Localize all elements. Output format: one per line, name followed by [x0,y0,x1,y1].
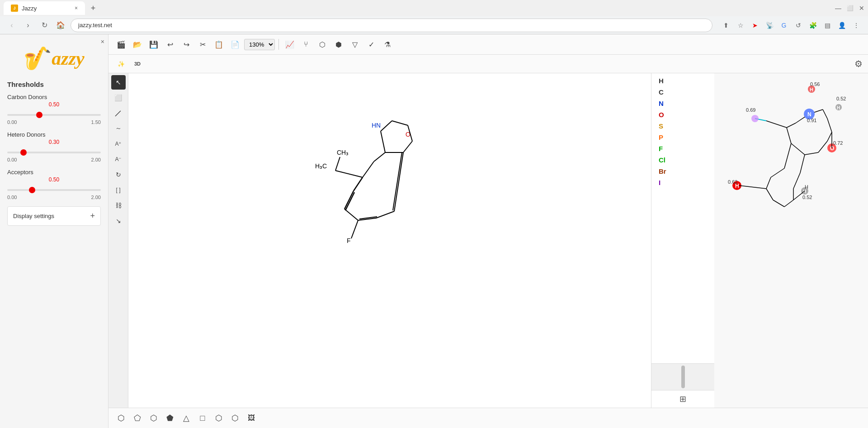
svg-line-22 [335,157,340,171]
grid-view-button[interactable]: ⊞ [651,390,714,408]
undo-tool-button[interactable]: ↩ [163,37,177,52]
film-tool-button[interactable]: 🎬 [114,37,128,52]
redo-tool-button[interactable]: ↪ [179,37,193,52]
text-smaller-tool-button[interactable]: A⁻ [111,152,126,166]
triangle-shape-button[interactable]: △ [179,411,193,425]
carbon-donors-label: Carbon Donors [7,94,101,100]
hexagon-tool-button[interactable]: ⬡ [315,37,330,52]
square-shape-button[interactable]: □ [195,411,210,425]
squiggle-tool-button[interactable]: ～ [111,121,126,136]
element-H[interactable]: H [651,75,714,86]
acceptors-max: 2.00 [91,195,101,200]
right-side: H C N O S P F Cl Br I [651,73,868,408]
svg-line-6 [381,131,385,152]
acceptors-slider-container [7,185,101,193]
element-I[interactable]: I [651,177,714,188]
zoom-dropdown[interactable]: 130% 50% 75% 100% 150% 200% [244,39,275,50]
chain-tool-button[interactable]: ⛓ [111,198,126,213]
hetero-donors-slider[interactable] [7,152,101,153]
pentagon-outline-shape-button[interactable]: ⬟ [163,411,177,425]
display-settings-button[interactable]: Display settings + [7,206,101,226]
google-icon[interactable]: G [778,19,790,32]
reload-button[interactable]: ↻ [38,19,51,32]
element-F[interactable]: F [651,143,714,154]
hexagon-outline-shape-button[interactable]: ⬡ [146,411,161,425]
close-window-button[interactable]: ✕ [859,5,864,12]
arrow-down-tool-button[interactable]: ↘ [111,214,126,228]
cut-tool-button[interactable]: ✂ [195,37,210,52]
canvas-area[interactable]: HN O [128,73,651,408]
home-button[interactable]: 🏠 [54,19,67,32]
copy-tool-button[interactable]: 📋 [212,37,226,52]
hexagon6-shape-button[interactable]: ⬡ [114,411,128,425]
chart-tool-button[interactable]: 📈 [283,37,297,52]
share-icon[interactable]: ⬆ [720,19,732,32]
main-toolbar: 🎬 📂 💾 ↩ ↪ ✂ 📋 📄 130% 50% 75% 100% 150% 2… [108,34,868,55]
select-tool-button[interactable]: ↖ [111,75,126,90]
flask-tool-button[interactable]: ⚗ [380,37,395,52]
element-Cl[interactable]: Cl [651,154,714,166]
hetero-donors-group: Hetero Donors 0.30 0.00 2.00 [7,131,101,162]
minimize-button[interactable]: — [835,5,841,12]
text-larger-tool-button[interactable]: A⁺ [111,137,126,151]
heptagon-shape-button[interactable]: ⬡ [212,411,226,425]
paste-tool-button[interactable]: 📄 [228,37,242,52]
extensions-icon[interactable]: ➤ [749,19,761,32]
acceptors-label: Acceptors [7,169,101,176]
browser-tab[interactable]: J Jazzy × [4,1,85,15]
element-N[interactable]: N [651,98,714,109]
secondary-toolbar: ✨ 3D ⚙ [108,55,868,73]
address-bar[interactable]: jazzy.test.net [71,19,712,32]
wand-tool-button[interactable]: ✨ [114,57,128,71]
settings-gear-button[interactable]: ⚙ [854,58,863,69]
octagon-shape-button[interactable]: ⬡ [228,411,242,425]
carbon-donors-max: 1.50 [91,119,101,125]
new-tab-button[interactable]: + [87,2,99,14]
save-tool-button[interactable]: 💾 [146,37,161,52]
svg-line-59 [739,185,766,189]
element-S[interactable]: S [651,120,714,132]
hexagon2-tool-button[interactable]: ⬢ [331,37,346,52]
bond-tool-button[interactable]: | [108,103,128,123]
bottom-toolbar: ⬡ ⬠ ⬡ ⬟ △ □ ⬡ ⬡ 🖼 [108,408,868,428]
bracket-tool-button[interactable]: [ ] [111,183,126,197]
rotate-tool-button[interactable]: ↻ [111,167,126,182]
svg-line-10 [354,177,363,191]
sidebar-toggle-icon[interactable]: ▤ [821,19,834,32]
tab-close-button[interactable]: × [75,5,78,11]
svg-text:H: H [837,105,840,110]
pentagon5-shape-button[interactable]: ⬠ [130,411,145,425]
svg-line-56 [766,177,771,189]
menu-icon[interactable]: ⋮ [850,19,863,32]
sidebar-close-button[interactable]: × [101,38,104,45]
svg-line-2 [392,121,408,125]
rss-icon[interactable]: 📡 [763,19,776,32]
carbon-donors-slider[interactable] [7,114,101,116]
element-C[interactable]: C [651,86,714,98]
profile-icon[interactable]: 👤 [835,19,848,32]
svg-line-17 [394,152,403,211]
back-button[interactable]: ‹ [5,19,18,32]
svg-text:0.91: 0.91 [807,118,816,123]
image-insert-button[interactable]: 🖼 [244,411,259,425]
svg-text:0.72: 0.72 [833,140,843,146]
split-tool-button[interactable]: ⑂ [299,37,313,52]
maximize-button[interactable]: ⬜ [847,5,854,11]
refresh2-icon[interactable]: ↺ [792,19,805,32]
svg-line-8 [374,152,385,162]
forward-button[interactable]: › [22,19,34,32]
element-Br[interactable]: Br [651,166,714,177]
puzzle-icon[interactable]: 🧩 [807,19,819,32]
arrow-tool-button[interactable]: ▽ [348,37,362,52]
element-P[interactable]: P [651,132,714,143]
thresholds-section: Thresholds Carbon Donors 0.50 0.00 1.50 … [4,81,104,226]
svg-text:HN: HN [372,122,381,129]
3d-tool-button[interactable]: 3D [130,57,145,71]
svg-line-53 [784,200,793,207]
toolbar-separator [278,39,279,50]
acceptors-slider[interactable] [7,189,101,191]
check-tool-button[interactable]: ✓ [364,37,378,52]
bookmark-icon[interactable]: ☆ [734,19,747,32]
element-O[interactable]: O [651,109,714,120]
folder-tool-button[interactable]: 📂 [130,37,145,52]
